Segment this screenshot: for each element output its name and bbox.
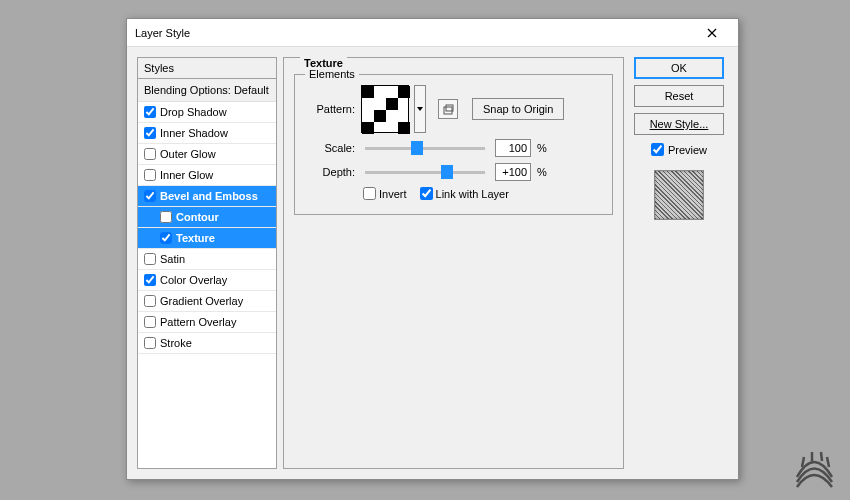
depth-label: Depth: <box>307 166 355 178</box>
style-item-stroke[interactable]: Stroke <box>138 333 276 354</box>
new-preset-icon <box>443 104 454 115</box>
scale-label: Scale: <box>307 142 355 154</box>
style-item-drop-shadow[interactable]: Drop Shadow <box>138 102 276 123</box>
elements-legend: Elements <box>305 68 359 80</box>
preview-input[interactable] <box>651 143 664 156</box>
depth-slider[interactable] <box>365 171 485 174</box>
style-checkbox[interactable] <box>144 295 156 307</box>
style-item-label: Stroke <box>160 337 192 349</box>
right-buttons: OK Reset New Style... Preview <box>630 57 728 469</box>
texture-panel: Texture Elements Pattern: <box>283 57 624 469</box>
style-item-label: Inner Glow <box>160 169 213 181</box>
titlebar: Layer Style <box>127 19 738 47</box>
elements-fieldset: Elements Pattern: <box>294 74 613 215</box>
scale-pct: % <box>537 142 547 154</box>
depth-pct: % <box>537 166 547 178</box>
styles-list: Styles Blending Options: Default Drop Sh… <box>137 57 277 469</box>
depth-input[interactable] <box>495 163 531 181</box>
style-item-inner-shadow[interactable]: Inner Shadow <box>138 123 276 144</box>
close-icon <box>707 28 717 38</box>
scale-thumb[interactable] <box>411 141 423 155</box>
style-item-label: Bevel and Emboss <box>160 190 258 202</box>
style-item-texture[interactable]: Texture <box>138 228 276 249</box>
pattern-dropdown[interactable] <box>414 85 426 133</box>
style-checkbox[interactable] <box>144 169 156 181</box>
style-checkbox[interactable] <box>144 316 156 328</box>
style-item-label: Color Overlay <box>160 274 227 286</box>
style-item-label: Contour <box>176 211 219 223</box>
pattern-label: Pattern: <box>307 103 355 115</box>
link-input[interactable] <box>420 187 433 200</box>
close-button[interactable] <box>694 19 730 46</box>
pattern-swatch[interactable] <box>361 85 409 133</box>
watermark-icon <box>787 437 842 492</box>
style-item-contour[interactable]: Contour <box>138 207 276 228</box>
scale-row: Scale: % <box>307 139 600 157</box>
style-item-label: Inner Shadow <box>160 127 228 139</box>
style-checkbox[interactable] <box>144 253 156 265</box>
style-item-label: Outer Glow <box>160 148 216 160</box>
dialog-title: Layer Style <box>135 27 694 39</box>
dialog-body: Styles Blending Options: Default Drop Sh… <box>127 47 738 479</box>
style-item-outer-glow[interactable]: Outer Glow <box>138 144 276 165</box>
style-checkbox[interactable] <box>144 148 156 160</box>
blending-options[interactable]: Blending Options: Default <box>138 79 276 102</box>
style-item-satin[interactable]: Satin <box>138 249 276 270</box>
style-checkbox[interactable] <box>144 337 156 349</box>
invert-input[interactable] <box>363 187 376 200</box>
preview-swatch <box>654 170 704 220</box>
preview-checkbox[interactable]: Preview <box>651 143 707 156</box>
style-item-gradient-overlay[interactable]: Gradient Overlay <box>138 291 276 312</box>
style-checkbox[interactable] <box>160 211 172 223</box>
style-item-color-overlay[interactable]: Color Overlay <box>138 270 276 291</box>
style-checkbox[interactable] <box>144 190 156 202</box>
style-item-label: Satin <box>160 253 185 265</box>
depth-thumb[interactable] <box>441 165 453 179</box>
invert-checkbox[interactable]: Invert <box>363 187 407 200</box>
scale-slider[interactable] <box>365 147 485 150</box>
style-item-label: Drop Shadow <box>160 106 227 118</box>
style-item-bevel-and-emboss[interactable]: Bevel and Emboss <box>138 186 276 207</box>
ok-button[interactable]: OK <box>634 57 724 79</box>
style-item-inner-glow[interactable]: Inner Glow <box>138 165 276 186</box>
chevron-down-icon <box>417 107 423 111</box>
style-checkbox[interactable] <box>144 106 156 118</box>
new-style-button[interactable]: New Style... <box>634 113 724 135</box>
style-item-label: Gradient Overlay <box>160 295 243 307</box>
snap-to-origin-button[interactable]: Snap to Origin <box>472 98 564 120</box>
depth-row: Depth: % <box>307 163 600 181</box>
styles-header[interactable]: Styles <box>138 58 276 79</box>
create-pattern-icon-button[interactable] <box>438 99 458 119</box>
style-checkbox[interactable] <box>144 274 156 286</box>
style-item-pattern-overlay[interactable]: Pattern Overlay <box>138 312 276 333</box>
link-checkbox[interactable]: Link with Layer <box>420 187 509 200</box>
style-checkbox[interactable] <box>160 232 172 244</box>
layer-style-dialog: Layer Style Styles Blending Options: Def… <box>126 18 739 480</box>
scale-input[interactable] <box>495 139 531 157</box>
pattern-row: Pattern: Snap to Ori <box>307 85 600 133</box>
style-item-label: Pattern Overlay <box>160 316 236 328</box>
reset-button[interactable]: Reset <box>634 85 724 107</box>
style-checkbox[interactable] <box>144 127 156 139</box>
invert-link-row: Invert Link with Layer <box>363 187 600 200</box>
style-item-label: Texture <box>176 232 215 244</box>
